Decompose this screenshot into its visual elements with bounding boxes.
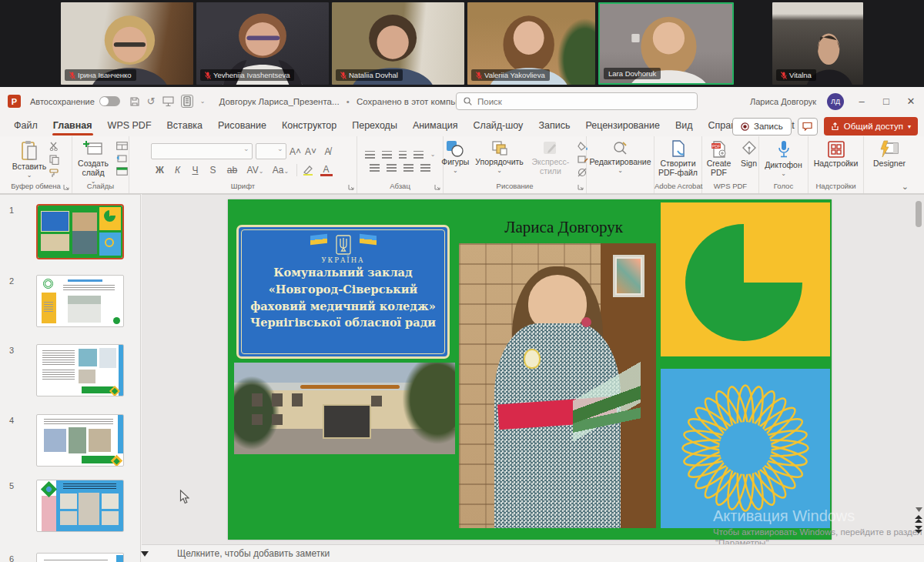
slide-layout-icon[interactable] — [116, 142, 128, 150]
increase-font-button[interactable]: A˄ — [290, 146, 302, 157]
tab-transitions[interactable]: Переходы — [344, 117, 405, 135]
video-tile[interactable]: Ірина Іванченко — [61, 2, 193, 85]
thumbnail-slide-1-selected[interactable] — [36, 204, 124, 259]
start-slideshow-icon[interactable] — [162, 96, 174, 106]
thumbnail-slide-2[interactable] — [36, 275, 124, 327]
editing-button[interactable]: Редактирование⌄ — [590, 139, 651, 174]
slide-1-editor[interactable]: Лариса Довгорук УКРАЇНА Комунальний — [228, 199, 832, 540]
touch-mode-icon[interactable] — [181, 95, 193, 108]
sign-button[interactable]: Sign — [741, 139, 758, 168]
section-icon[interactable] — [116, 167, 128, 176]
tab-file[interactable]: Файл — [6, 117, 45, 135]
search-input[interactable]: Поиск — [456, 92, 698, 110]
text-shadow-button[interactable]: S — [207, 165, 219, 176]
notes-pane[interactable]: Щелкните, чтобы добавить заметки — [142, 544, 924, 562]
create-pdf-acrobat-button[interactable]: Створити PDF-файл — [656, 139, 701, 177]
reset-slide-icon[interactable] — [116, 154, 128, 163]
decrease-font-button[interactable]: A˅ — [305, 146, 317, 157]
slide-canvas-area[interactable]: Лариса Довгорук УКРАЇНА Комунальний — [142, 194, 924, 544]
paste-button[interactable]: Вставить ⌄ — [12, 139, 47, 179]
justify-button[interactable] — [420, 164, 430, 172]
font-name-combo[interactable] — [151, 143, 253, 159]
maximize-button[interactable]: □ — [879, 95, 893, 107]
change-case-button[interactable]: Aa⌄ — [271, 165, 291, 176]
designer-button[interactable]: Designer — [873, 139, 906, 168]
save-icon[interactable] — [129, 96, 140, 107]
tab-insert[interactable]: Вставка — [159, 117, 210, 135]
panel-resize-arrow-icon[interactable] — [141, 551, 149, 557]
account-name[interactable]: Лариса Довгорук — [750, 97, 816, 106]
dialog-launcher-icon[interactable] — [578, 184, 584, 190]
tab-view[interactable]: Вид — [668, 117, 701, 135]
tab-wps-pdf[interactable]: WPS PDF — [100, 117, 159, 135]
bullets-button[interactable] — [365, 151, 375, 159]
cut-icon[interactable] — [49, 142, 59, 151]
highlight-color-button[interactable] — [303, 165, 315, 176]
bold-button[interactable]: Ж — [154, 165, 166, 176]
tab-home[interactable]: Главная — [45, 117, 100, 135]
font-size-combo[interactable] — [256, 143, 286, 159]
sunflower-shape[interactable] — [680, 383, 811, 513]
video-tile[interactable]: Valeriia Yakovlieva — [467, 2, 595, 85]
copy-icon[interactable] — [49, 155, 59, 165]
video-tile[interactable]: Vitalna — [772, 2, 863, 85]
autosave-control[interactable]: Автосохранение — [30, 96, 120, 106]
tab-draw[interactable]: Рисование — [210, 117, 274, 135]
thumbnail-slide-6[interactable] — [36, 553, 124, 562]
slide-thumbnail-panel[interactable]: 1 2 — [0, 194, 141, 562]
comments-button[interactable] — [798, 118, 818, 135]
font-color-button[interactable]: А — [320, 165, 333, 176]
slide-title-text[interactable]: Лариса Довгорук — [487, 218, 641, 237]
addins-button[interactable]: Надстройки — [814, 139, 859, 168]
collapse-ribbon-chevron-icon[interactable]: ⌄ — [902, 182, 909, 192]
align-left-button[interactable] — [370, 164, 380, 172]
college-sign-image[interactable]: УКРАЇНА Комунальний заклад «Новгород-Сів… — [236, 225, 450, 359]
create-pdf-wps-button[interactable]: PDF Create PDF — [704, 139, 735, 177]
tab-review[interactable]: Рецензирование — [578, 117, 668, 135]
autosave-toggle[interactable] — [99, 96, 120, 106]
thumbnail-slide-4[interactable] — [36, 414, 124, 467]
character-spacing-button[interactable]: AV⌄ — [246, 165, 266, 176]
tab-record[interactable]: Запись — [531, 117, 578, 135]
share-button[interactable]: Общий доступ ▾ — [824, 117, 918, 135]
underline-button[interactable]: Ч — [189, 165, 202, 176]
blue-square-shape[interactable] — [661, 369, 830, 528]
dialog-launcher-icon[interactable] — [348, 184, 354, 190]
video-tile-active-speaker[interactable]: Lara Dovhoruk — [598, 2, 734, 85]
tab-slideshow[interactable]: Слайд-шоу — [466, 117, 531, 135]
yellow-square-shape[interactable] — [661, 202, 830, 356]
align-right-button[interactable] — [403, 164, 413, 172]
green-pie-shape[interactable] — [685, 224, 802, 341]
minimize-button[interactable]: – — [855, 95, 869, 107]
document-title[interactable]: Довгорук Лариса_Презента... • Сохранено … — [219, 97, 484, 106]
clear-formatting-button[interactable]: A̸ — [320, 146, 336, 157]
vertical-scrollbar-thumb[interactable] — [916, 201, 922, 227]
previous-slide-button[interactable] — [915, 515, 922, 523]
college-building-photo[interactable] — [234, 363, 455, 454]
quick-styles-button[interactable]: Экспресс-стили — [530, 139, 571, 176]
dialog-launcher-icon[interactable] — [434, 184, 440, 190]
italic-button[interactable]: К — [172, 165, 184, 176]
arrange-button[interactable]: Упорядочить⌄ — [475, 139, 523, 174]
tab-animations[interactable]: Анимация — [405, 117, 466, 135]
dictate-button[interactable]: Диктофон⌄ — [765, 139, 802, 177]
portrait-photo[interactable] — [459, 243, 656, 528]
video-tile[interactable]: Nataliia Dovhal — [332, 2, 464, 85]
scroll-down-icon[interactable] — [916, 507, 922, 512]
indent-buttons[interactable] — [399, 151, 407, 159]
thumbnail-slide-3[interactable] — [36, 344, 124, 396]
shapes-button[interactable]: Фигуры⌄ — [441, 139, 469, 174]
align-center-button[interactable] — [387, 164, 397, 172]
dialog-launcher-icon[interactable] — [63, 184, 69, 190]
close-button[interactable]: ✕ — [904, 95, 918, 107]
numbering-button[interactable] — [382, 151, 392, 159]
undo-icon[interactable]: ↺ — [147, 95, 156, 107]
qat-customize-chevron-icon[interactable]: ⌄ — [200, 98, 206, 105]
next-slide-button[interactable] — [915, 526, 922, 534]
thumbnail-slide-5[interactable] — [36, 480, 124, 532]
tab-design[interactable]: Конструктор — [274, 117, 344, 135]
avatar[interactable]: ЛД — [827, 93, 844, 110]
notes-placeholder[interactable]: Щелкните, чтобы добавить заметки — [177, 548, 330, 559]
format-painter-icon[interactable] — [49, 169, 59, 178]
strikethrough-button[interactable]: ab — [225, 165, 240, 176]
